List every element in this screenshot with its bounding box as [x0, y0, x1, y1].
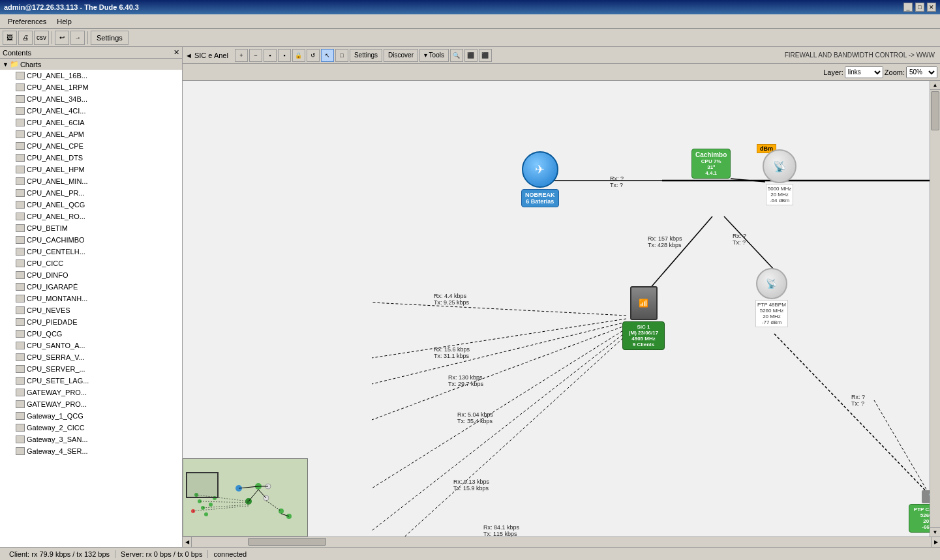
settings-map-button[interactable]: Settings — [350, 49, 382, 62]
tree-item-29[interactable]: Gateway_1_QCG — [0, 410, 182, 422]
tree-item-6[interactable]: CPU_ANEL_CPE — [0, 140, 182, 152]
tree-item-28[interactable]: GATEWAY_PRO... — [0, 398, 182, 410]
item-icon-10 — [16, 189, 25, 197]
tree-item-3[interactable]: CPU_ANEL_4CI... — [0, 105, 182, 117]
item-icon-11 — [16, 201, 25, 209]
tree-item-18[interactable]: CPU_IGARAPÉ — [0, 281, 182, 293]
tree-item-9[interactable]: CPU_ANEL_MIN... — [0, 175, 182, 187]
minimap-viewport[interactable] — [186, 472, 219, 498]
screenshot-button[interactable]: 🖼 — [3, 31, 17, 45]
link-label-8: Rx: 84.1 kbps Tx: 115 kbps — [483, 524, 519, 537]
link-label-2: Rx: ? Tx: ? — [733, 233, 746, 246]
add-node-button[interactable]: + — [235, 49, 248, 62]
item-icon-1 — [16, 83, 25, 91]
svg-line-4 — [724, 216, 774, 270]
map-horizontal-scrollbar[interactable]: ◀ ▶ — [183, 537, 940, 547]
svg-line-3 — [649, 216, 712, 289]
tree-item-10[interactable]: CPU_ANEL_PR... — [0, 187, 182, 199]
select-button[interactable]: □ — [335, 49, 348, 62]
menu-help[interactable]: Help — [52, 16, 77, 27]
minimap[interactable] — [183, 458, 308, 537]
window-controls[interactable]: _ □ ✕ — [903, 3, 936, 12]
zoom-fit-button[interactable]: ⬛ — [464, 49, 478, 62]
scroll-up-button[interactable]: ▲ — [930, 81, 940, 90]
tree-item-label-10: CPU_ANEL_PR... — [27, 188, 85, 198]
remove-button[interactable]: − — [249, 49, 262, 62]
box1-button[interactable]: ▪ — [264, 49, 277, 62]
layer-select[interactable]: links services — [845, 66, 883, 78]
tree-item-30[interactable]: Gateway_2_CICC — [0, 422, 182, 434]
zoom-select-button[interactable]: ⬛ — [479, 49, 492, 62]
tree-item-32[interactable]: Gateway_4_SER... — [0, 445, 182, 457]
tree-item-label-3: CPU_ANEL_4CI... — [27, 106, 85, 116]
tools-button[interactable]: ▾ Tools — [419, 49, 449, 62]
discover-button[interactable]: Discover — [384, 49, 418, 62]
redo-button[interactable]: → — [70, 31, 85, 45]
print-button[interactable]: 🖨 — [18, 31, 33, 45]
maximize-button[interactable]: □ — [915, 3, 924, 12]
node-sic1[interactable]: 📶 SIC 1 (M) 23/06/17 4905 MHz 9 Clients — [622, 286, 665, 350]
tree-item-2[interactable]: CPU_ANEL_34B... — [0, 93, 182, 105]
sidebar-header: Contents ✕ — [0, 47, 182, 59]
box2-button[interactable]: ▪ — [278, 49, 291, 62]
tree-item-15[interactable]: CPU_CENTELH... — [0, 246, 182, 258]
zoom-select[interactable]: 50% 100% 75% 25% — [906, 66, 937, 78]
node-wireless-5000[interactable]: 📡 5000 MHz 20 MHz -64 dBm — [763, 149, 796, 205]
tree-root-charts[interactable]: ▼ 📁 Charts — [0, 59, 182, 70]
tree-item-0[interactable]: CPU_ANEL_16B... — [0, 70, 182, 81]
tree-item-7[interactable]: CPU_ANEL_DTS — [0, 152, 182, 164]
svg-line-13 — [874, 400, 930, 495]
close-button[interactable]: ✕ — [927, 3, 936, 12]
tree-item-12[interactable]: CPU_ANEL_RO... — [0, 211, 182, 222]
tree-item-27[interactable]: GATEWAY_PRO... — [0, 387, 182, 398]
tree-item-24[interactable]: CPU_SERRA_V... — [0, 351, 182, 363]
csv-button[interactable]: csv — [34, 31, 49, 45]
lock-button[interactable]: 🔒 — [292, 49, 305, 62]
undo-button[interactable]: ↩ — [55, 31, 69, 45]
svg-line-5 — [774, 334, 930, 495]
tree-item-4[interactable]: CPU_ANEL_6CIA — [0, 117, 182, 128]
tree-item-label-29: Gateway_1_QCG — [27, 411, 83, 421]
tree-item-14[interactable]: CPU_CACHIMBO — [0, 234, 182, 246]
tree-item-25[interactable]: CPU_SERVER_... — [0, 363, 182, 375]
node-cachimbo[interactable]: Cachimbo CPU 7% 31º 4.4.1 — [691, 149, 731, 179]
tree-item-16[interactable]: CPU_CICC — [0, 258, 182, 269]
menu-preferences[interactable]: Preferences — [3, 16, 52, 27]
tree-item-5[interactable]: CPU_ANEL_APM — [0, 128, 182, 140]
tree-item-19[interactable]: CPU_MONTANH... — [0, 293, 182, 304]
pointer-button[interactable]: ↖ — [321, 49, 334, 62]
scroll-thumb-h[interactable] — [248, 538, 326, 546]
map-vertical-scrollbar[interactable]: ▲ ▼ — [930, 81, 940, 537]
tree-item-8[interactable]: CPU_ANEL_HPM — [0, 164, 182, 175]
tree-item-1[interactable]: CPU_ANEL_1RPM — [0, 81, 182, 93]
tree-item-23[interactable]: CPU_SANTO_A... — [0, 340, 182, 351]
tree-item-20[interactable]: CPU_NEVES — [0, 304, 182, 316]
refresh-button[interactable]: ↺ — [307, 49, 320, 62]
tree-item-11[interactable]: CPU_ANEL_QCG — [0, 199, 182, 211]
sidebar-tree[interactable]: ▼ 📁 Charts CPU_ANEL_16B...CPU_ANEL_1RPMC… — [0, 59, 182, 547]
link-label-5: Rx: 130 kbps Tx: 29.7 kbps — [448, 374, 483, 387]
tree-item-label-14: CPU_CACHIMBO — [27, 235, 85, 245]
scroll-left-button[interactable]: ◀ — [183, 537, 192, 547]
sidebar-collapse-icon[interactable]: ✕ — [174, 48, 179, 57]
svg-line-6 — [372, 302, 626, 316]
tree-item-31[interactable]: Gateway_3_SAN... — [0, 434, 182, 445]
svg-line-10 — [372, 329, 626, 488]
scroll-right-button[interactable]: ▶ — [931, 537, 940, 547]
scroll-down-button[interactable]: ▼ — [930, 527, 940, 537]
tree-item-17[interactable]: CPU_DINFO — [0, 269, 182, 281]
node-ptp-48bpm[interactable]: 📡 PTP 48BPM 5260 MHz 20 MHz -77 dBm — [755, 268, 788, 327]
node-nobreak[interactable]: ✈ NOBREAK 6 Baterias — [521, 151, 559, 207]
tree-item-26[interactable]: CPU_SETE_LAG... — [0, 375, 182, 387]
minimize-button[interactable]: _ — [903, 3, 913, 12]
scroll-thumb-v[interactable] — [931, 91, 939, 130]
item-icon-27 — [16, 389, 25, 396]
map-canvas[interactable]: dBm ✈ NOBREAK 6 Baterias Cachimbo CPU 7%… — [183, 81, 940, 537]
item-icon-5 — [16, 130, 25, 138]
tree-item-13[interactable]: CPU_BETIM — [0, 222, 182, 234]
link-label-1: Rx: 157 kbps Tx: 428 kbps — [648, 235, 682, 248]
settings-button[interactable]: Settings — [91, 31, 129, 45]
tree-item-21[interactable]: CPU_PIEDADE — [0, 316, 182, 328]
tree-item-22[interactable]: CPU_QCG — [0, 328, 182, 340]
search-map-button[interactable]: 🔍 — [450, 49, 463, 62]
